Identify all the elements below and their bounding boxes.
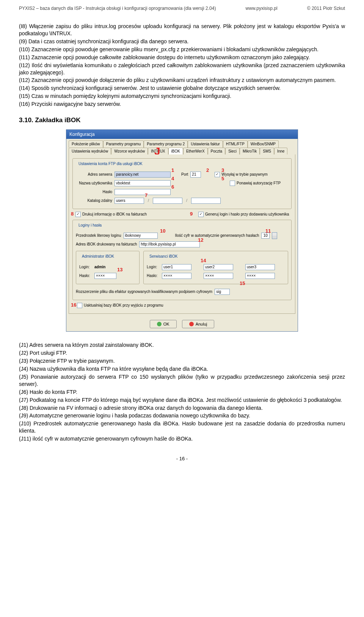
group-serv: Serwisanci iBOK Login: user1 14 user2 us… [143, 251, 288, 284]
input-pass3[interactable]: ×××× [245, 273, 275, 279]
input-remote-2[interactable] [153, 198, 182, 204]
input-pass2[interactable]: ×××× [204, 273, 233, 279]
marker-16: 16 [71, 302, 76, 308]
input-url[interactable]: http://ibok.pyxisisp.pl [139, 241, 200, 247]
text-i8: (I8) Włączenie zapisu do pliku intrux.lo… [19, 23, 345, 37]
text-j10: (J10) Przedrostek automatycznie generowa… [19, 420, 345, 434]
checkbox-gen-login[interactable]: ✓Generuj login i hasło przy dodawaniu uż… [198, 212, 289, 217]
marker-3: 3 [221, 167, 224, 174]
marker-6: 6 [171, 184, 174, 190]
group-admin: Administrator iBOK Login:admin Hasło:×××… [76, 251, 140, 284]
tabs-area: Położenie plików Parametry programu Para… [66, 139, 298, 154]
input-pass[interactable] [115, 189, 171, 195]
label-user: Nazwa użytkownika [76, 181, 112, 186]
text-i15: (I15) Czas w minutach pomiędzy kolejnymi… [19, 93, 345, 100]
cancel-button-label: Anuluj [196, 321, 207, 327]
text-i9: (I9) Data i czas ostatniej synchronizacj… [19, 38, 345, 45]
tab-panel: Ustawienia konta FTP dla usługi iBOK Adr… [69, 154, 295, 314]
input-user1[interactable]: user1 [162, 264, 191, 270]
marker-5: 5 [221, 175, 224, 182]
ok-button-label: OK [163, 321, 169, 327]
input-admin-pass[interactable]: ×××× [94, 273, 116, 279]
tab-winbox-snmp[interactable]: WinBox/SNMP [248, 140, 279, 148]
label-prefix: Przedrostek literowy loginu [76, 233, 121, 238]
group-ftp: Ustawienia konta FTP dla usługi iBOK Adr… [72, 158, 292, 209]
tab-sieci[interactable]: Sieci [225, 148, 240, 155]
tab-sms[interactable]: SMS [260, 148, 274, 155]
dialog-buttons: OK Anuluj [66, 316, 298, 332]
header-left: PYXIS2 – baza danych dla ISP - Instrukcj… [19, 5, 216, 11]
marker-4: 4 [171, 175, 174, 182]
marker-14: 14 [201, 257, 206, 264]
tab-ustawienia-wydrukow[interactable]: Ustawienia wydruków [69, 148, 111, 155]
text-i11: (I11) Zaznaczenie opcji powoduje całkowi… [19, 54, 345, 61]
text-i16: (I16) Przyciski nawigacyjne bazy serweró… [19, 101, 345, 108]
text-j8: (J8) Drukowanie na FV informacji o adres… [19, 405, 345, 412]
slash-1: / [148, 198, 149, 203]
input-remote-3[interactable] [191, 198, 221, 204]
input-remote[interactable]: users [115, 198, 144, 204]
checkbox-print-fv[interactable]: ✓Drukuj informację o iBOK na fakturach [75, 212, 147, 217]
page-number: - 16 - [19, 455, 345, 462]
label-server: Adres serwera [76, 172, 112, 177]
tab-ustawienia-faktur[interactable]: Ustawienia faktur [188, 140, 223, 148]
group-ftp-title: Ustawienia konta FTP dla usługi iBOK [77, 161, 144, 167]
input-user[interactable]: vboktest [115, 180, 171, 186]
label-serv-pass: Hasło: [147, 273, 160, 279]
checkbox-reauth[interactable]: Ponawiaj autoryzację FTP [230, 181, 281, 186]
marker-9: 9 [190, 211, 193, 217]
label-ext: Rozszerzenie pliku dla efaktur sygnowany… [76, 289, 212, 294]
marker-7: 7 [145, 192, 147, 199]
text-j3: (J3) Połączenie FTP w trybie pasywnym. [19, 357, 345, 365]
marker-8: 8 [71, 211, 74, 217]
group-serv-title: Serwisanci iBOK [148, 254, 179, 259]
text-i12b: (I12) Zaznaczenie opcji powoduje dołącze… [19, 77, 345, 84]
tab-wzorce-wydrukow[interactable]: Wzorce wydruków [111, 148, 148, 155]
marker-15: 15 [240, 280, 245, 287]
config-dialog: Konfiguracja Położenie plików Parametry … [66, 129, 298, 332]
label-remote: Katalog zdalny [76, 198, 112, 203]
tab-html-ftp[interactable]: HTML/FTP [223, 140, 248, 148]
tab-mikrotik[interactable]: MikroTik [240, 148, 260, 155]
input-user2[interactable]: user2 [204, 264, 233, 270]
tab-polozenie-plikow[interactable]: Położenie plików [69, 140, 103, 148]
cancel-icon [189, 322, 194, 326]
input-prefix[interactable]: iboknowy [124, 233, 158, 239]
input-pass1[interactable]: ×××× [162, 273, 191, 279]
input-user3[interactable]: user3 [245, 264, 275, 270]
marker-2: 2 [206, 167, 209, 174]
dialog-titlebar: Konfiguracja [66, 130, 298, 139]
text-i10: (I10) Zaznaczenie opcji powoduje generow… [19, 46, 345, 53]
label-serv-login: Login: [147, 264, 160, 270]
slash-2: / [186, 198, 187, 203]
marker-12: 12 [198, 237, 203, 244]
ok-button[interactable]: OK [150, 320, 177, 329]
section-title: 3.10. Zakładka iBOK [19, 116, 345, 125]
marker-11: 11 [265, 228, 271, 235]
spinner-digits[interactable] [272, 232, 277, 239]
tab-parametry-programu-2[interactable]: Parametry programu 2 [144, 140, 188, 148]
input-ext[interactable]: sig [215, 289, 230, 295]
input-server[interactable]: paranoicy.net [115, 172, 171, 178]
tab-ibok[interactable]: iBOK [168, 148, 183, 155]
text-j6: (J6) Hasło do konta FTP. [19, 389, 345, 396]
header-center: www.pyxisisp.pl [246, 5, 278, 11]
group-login-title: Loginy i hasła [77, 223, 103, 228]
tab-etherwerx[interactable]: EtherWerX [183, 148, 208, 155]
ok-icon [157, 322, 162, 326]
value-admin-login: admin [94, 264, 105, 270]
marker-13: 13 [117, 266, 122, 273]
input-port[interactable]: 21 [190, 172, 201, 178]
text-j7: (J7) Podkatalog na koncie FTP do którego… [19, 397, 345, 404]
cancel-button[interactable]: Anuluj [182, 320, 215, 329]
tab-parametry-programu[interactable]: Parametry programu [103, 140, 144, 148]
marker-1: 1 [171, 167, 174, 174]
tab-poczta[interactable]: Poczta [208, 148, 226, 155]
checkbox-update-label: Uaktualniaj bazy iBOK przy wyjściu z pro… [84, 303, 163, 308]
text-j1: (J1) Adres serwera na którym został zain… [19, 342, 345, 349]
checkbox-update[interactable]: Uaktualniaj bazy iBOK przy wyjściu z pro… [77, 303, 163, 308]
tab-inne[interactable]: Inne [274, 148, 287, 155]
page-header: PYXIS2 – baza danych dla ISP - Instrukcj… [19, 0, 345, 11]
checkbox-gen-login-label: Generuj login i hasło przy dodawaniu uży… [205, 212, 289, 217]
text-j9: (J9) Automatyczne generowanie loginu i h… [19, 412, 345, 419]
